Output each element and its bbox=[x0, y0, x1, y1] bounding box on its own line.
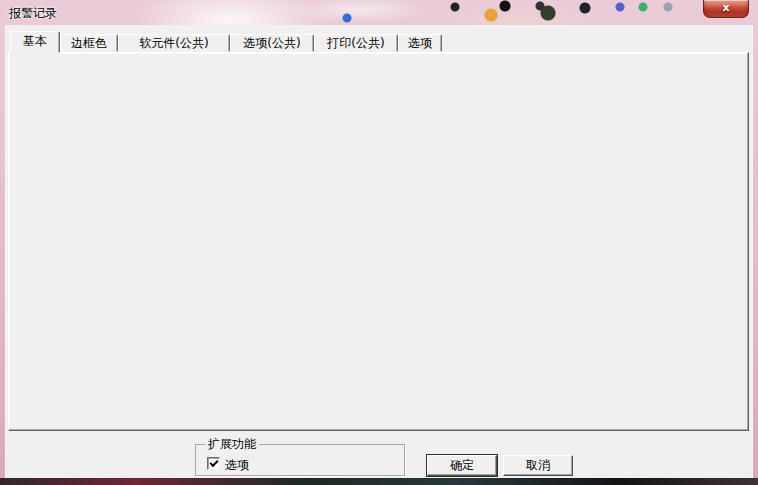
tab-border-color[interactable]: 边框色 bbox=[60, 34, 118, 52]
window-frame-bottom bbox=[0, 478, 758, 485]
alarm-record-dialog: 报警记录 x 基本 边框色 软元件(公共) 选项(公共) 打印(公共) 选项 显… bbox=[0, 0, 758, 485]
tab-basic[interactable]: 基本 bbox=[10, 31, 60, 53]
tab-options-common[interactable]: 选项(公共) bbox=[230, 34, 314, 52]
tab-page-basic bbox=[8, 52, 749, 431]
close-icon: x bbox=[722, 1, 729, 14]
extension-group-title: 扩展功能 bbox=[205, 437, 259, 451]
tab-device-common[interactable]: 软元件(公共) bbox=[118, 34, 230, 52]
extension-option-checkbox[interactable] bbox=[207, 457, 220, 470]
cancel-button[interactable]: 取消 bbox=[503, 455, 573, 476]
close-button[interactable]: x bbox=[703, 0, 749, 18]
extension-option-label: 选项 bbox=[225, 458, 249, 472]
tab-print-common[interactable]: 打印(公共) bbox=[314, 34, 398, 52]
tab-options[interactable]: 选项 bbox=[398, 34, 442, 52]
titlebar-glass[interactable]: 报警记录 bbox=[0, 0, 758, 25]
ok-button[interactable]: 确定 bbox=[427, 455, 497, 476]
window-title: 报警记录 bbox=[9, 5, 57, 22]
